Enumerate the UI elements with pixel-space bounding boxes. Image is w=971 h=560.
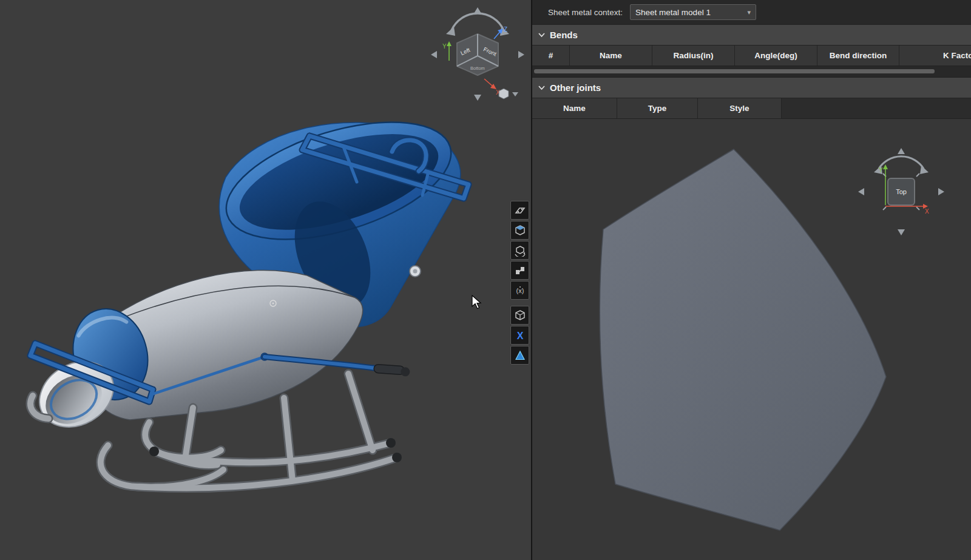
context-label: Sheet metal context: — [548, 8, 623, 17]
chevron-down-icon[interactable] — [512, 92, 518, 96]
bends-col-radius[interactable]: Radius(in) — [652, 46, 735, 66]
svg-text:X: X — [516, 330, 523, 340]
axis-y-label: Y — [442, 43, 447, 50]
bends-table-header: # Name Radius(in) Angle(deg) Bend direct… — [532, 46, 971, 66]
joints-col-type[interactable]: Type — [617, 98, 698, 118]
bends-col-number[interactable]: # — [532, 46, 570, 66]
viewcube-up-arrow-icon[interactable] — [898, 148, 905, 154]
bends-section-header[interactable]: Bends — [532, 24, 971, 46]
axis-x-label: X — [925, 208, 929, 215]
header-filler — [782, 98, 971, 118]
viewcube-down-arrow-icon[interactable] — [898, 229, 905, 235]
mouse-cursor — [472, 295, 485, 311]
dropdown-value: Sheet metal model 1 — [635, 8, 711, 17]
viewcube-left-arrow-icon[interactable] — [858, 188, 864, 195]
bolt-knob — [410, 266, 421, 277]
sheet-metal-panel: Sheet metal context: Sheet metal model 1… — [531, 0, 971, 560]
bends-col-k-factor[interactable]: K Factor — [899, 46, 971, 66]
viewcube-left-arrow-icon[interactable] — [431, 51, 437, 58]
viewcube-face-square[interactable]: Top — [883, 174, 919, 210]
joints-col-style[interactable]: Style — [698, 98, 782, 118]
other-joints-section-title: Other joints — [550, 83, 601, 93]
svg-text:(x): (x) — [516, 287, 524, 294]
bends-horizontal-scrollbar[interactable] — [532, 66, 971, 77]
axis-z-label: Z — [504, 26, 507, 33]
other-joints-section-header[interactable]: Other joints — [532, 77, 971, 98]
flat-pattern-viewport[interactable]: Top Y X — [532, 119, 971, 560]
scrollbar-thumb[interactable] — [534, 69, 935, 73]
viewcube-right-arrow-icon[interactable] — [518, 51, 524, 58]
chevron-down-icon: ▾ — [748, 8, 751, 16]
bends-col-angle[interactable]: Angle(deg) — [735, 46, 817, 66]
viewcube-down-arrow-icon[interactable] — [474, 95, 481, 101]
sheet-face[interactable] — [600, 149, 886, 530]
toolbar-gap — [510, 301, 530, 306]
viewcube-face-bottom-label[interactable]: Bottom — [470, 66, 485, 71]
joints-col-name[interactable]: Name — [532, 98, 617, 118]
viewcube-cube[interactable]: Left Front Bottom — [457, 34, 498, 75]
bends-col-bend-direction[interactable]: Bend direction — [817, 46, 899, 66]
viewcube-orbit-left-arrow-icon[interactable] — [446, 27, 455, 36]
chevron-down-icon — [538, 86, 545, 90]
viewport-toolbar: (x) X — [510, 201, 530, 366]
bends-section-title: Bends — [550, 30, 578, 40]
component-cube-icon[interactable] — [510, 221, 529, 240]
other-joints-table-header: Name Type Style — [532, 98, 971, 119]
app-window: .tubeD{stroke:#5a5e63;stroke-width:15;fi… — [0, 0, 971, 560]
x-symbol-icon[interactable]: X — [510, 326, 529, 345]
wireframe-cube-icon[interactable] — [510, 306, 529, 325]
sheet-metal-model-dropdown[interactable]: Sheet metal model 1 ▾ — [630, 4, 756, 20]
viewcube-home-menu[interactable] — [499, 89, 518, 99]
joints-icon[interactable] — [510, 261, 529, 280]
viewcube-main[interactable]: Left Front Bottom Y Z X — [426, 2, 529, 104]
pattern-cube-icon[interactable] — [510, 241, 529, 260]
viewcube-right-arrow-icon[interactable] — [938, 188, 944, 195]
expression-icon[interactable]: (x) — [510, 281, 529, 300]
home-cube-icon[interactable] — [499, 89, 509, 99]
viewcube-orbit-arc-icon[interactable] — [452, 13, 504, 30]
bends-col-name[interactable]: Name — [570, 46, 652, 66]
viewcube-face-top-label[interactable]: Top — [896, 188, 907, 195]
prism-triangle-icon[interactable] — [510, 346, 529, 365]
sheet-metal-context-bar: Sheet metal context: Sheet metal model 1… — [532, 0, 971, 24]
viewcube-flat[interactable]: Top Y X — [856, 144, 947, 241]
viewcube-orbit-right-arrow-icon[interactable] — [920, 166, 929, 174]
model-viewport[interactable]: .tubeD{stroke:#5a5e63;stroke-width:15;fi… — [0, 0, 531, 560]
chevron-down-icon — [538, 33, 545, 38]
axis-y-label: Y — [879, 167, 883, 174]
flat-pattern-icon[interactable] — [510, 201, 529, 220]
